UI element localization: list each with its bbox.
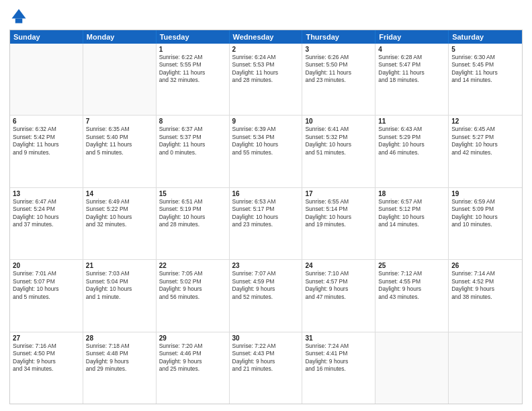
calendar-cell: 4Sunrise: 6:28 AMSunset: 5:47 PMDaylight… [375,44,449,115]
cell-line: and 9 minutes. [13,149,80,156]
cell-line: Daylight: 10 hours [305,141,372,148]
cell-line: and 32 minutes. [86,221,153,228]
cell-line: Sunset: 5:37 PM [159,134,226,141]
cell-line: Daylight: 11 hours [305,69,372,77]
page-header [9,7,523,26]
calendar-cell: 22Sunrise: 7:05 AMSunset: 5:02 PMDayligh… [157,260,230,331]
cell-line: Sunset: 5:50 PM [305,61,372,68]
day-number: 31 [305,334,372,342]
cell-line: Daylight: 9 hours [378,285,445,293]
cell-line: Sunset: 4:59 PM [232,278,300,285]
calendar-cell [375,332,449,404]
cell-line: and 28 minutes. [232,77,300,84]
logo-icon [9,7,28,26]
logo [9,7,31,26]
calendar-cell: 6Sunrise: 6:32 AMSunset: 5:42 PMDaylight… [10,116,83,187]
day-number: 27 [13,334,80,342]
cell-line: and 47 minutes. [305,293,372,301]
cell-line: Daylight: 10 hours [13,285,80,293]
cell-line: Sunrise: 6:26 AM [305,54,372,61]
calendar-cell [83,44,157,115]
cell-line: Sunrise: 7:07 AM [232,270,300,277]
cell-line: Daylight: 11 hours [232,69,300,77]
cell-line: Sunset: 4:52 PM [451,278,519,285]
day-number: 12 [451,118,519,125]
cell-line: Sunrise: 6:59 AM [451,198,519,205]
cell-line: and 34 minutes. [13,365,80,373]
cell-line: and 43 minutes. [378,293,445,301]
cell-line: Sunset: 4:48 PM [86,350,153,357]
weekday-header: Friday [375,30,449,44]
weekday-header: Saturday [449,30,522,44]
calendar-cell: 19Sunrise: 6:59 AMSunset: 5:09 PMDayligh… [449,188,522,259]
calendar-cell: 16Sunrise: 6:53 AMSunset: 5:17 PMDayligh… [230,188,303,259]
cell-line: Sunrise: 7:05 AM [159,270,226,277]
cell-line: Sunset: 4:57 PM [305,278,372,285]
cell-line: Sunset: 5:40 PM [86,134,153,141]
day-number: 3 [305,46,372,53]
cell-line: Sunset: 5:34 PM [232,134,300,141]
calendar-cell: 15Sunrise: 6:51 AMSunset: 5:19 PMDayligh… [157,188,230,259]
day-number: 9 [232,118,300,125]
cell-line: Sunset: 5:45 PM [451,61,519,68]
cell-line: and 29 minutes. [86,365,153,373]
cell-line: and 18 minutes. [378,77,445,84]
cell-line: Sunset: 5:24 PM [13,205,80,213]
weekday-header: Thursday [302,30,375,44]
cell-line: Daylight: 10 hours [305,214,372,221]
day-number: 25 [378,262,445,269]
day-number: 29 [159,334,226,342]
cell-line: and 42 minutes. [451,149,519,156]
cell-line: Sunrise: 6:51 AM [159,198,226,205]
cell-line: Sunrise: 6:28 AM [378,54,445,61]
calendar-cell: 26Sunrise: 7:14 AMSunset: 4:52 PMDayligh… [449,260,522,331]
cell-line: Sunset: 5:09 PM [451,205,519,213]
cell-line: and 37 minutes. [13,221,80,228]
cell-line: and 14 minutes. [378,221,445,228]
cell-line: and 56 minutes. [159,293,226,301]
cell-line: and 23 minutes. [305,77,372,84]
day-number: 20 [13,262,80,269]
cell-line: and 23 minutes. [232,221,300,228]
cell-line: Sunrise: 7:22 AM [232,342,300,350]
calendar-cell: 1Sunrise: 6:22 AMSunset: 5:55 PMDaylight… [157,44,230,115]
calendar-cell: 7Sunrise: 6:35 AMSunset: 5:40 PMDaylight… [83,116,157,187]
cell-line: Daylight: 9 hours [305,285,372,293]
cell-line: Sunrise: 7:12 AM [378,270,445,277]
svg-rect-1 [15,19,23,24]
cell-line: Sunset: 5:12 PM [378,205,445,213]
day-number: 15 [159,190,226,197]
calendar-cell: 31Sunrise: 7:24 AMSunset: 4:41 PMDayligh… [302,332,375,404]
cell-line: Sunrise: 7:24 AM [305,342,372,350]
cell-line: Sunrise: 7:16 AM [13,342,80,350]
calendar-cell: 24Sunrise: 7:10 AMSunset: 4:57 PMDayligh… [302,260,375,331]
cell-line: Sunrise: 7:03 AM [86,270,153,277]
cell-line: Sunrise: 6:45 AM [451,126,519,133]
cell-line: Daylight: 10 hours [232,214,300,221]
cell-line: Sunrise: 6:43 AM [378,126,445,133]
calendar-cell: 27Sunrise: 7:16 AMSunset: 4:50 PMDayligh… [10,332,83,404]
cell-line: Daylight: 10 hours [378,141,445,148]
day-number: 18 [378,190,445,197]
cell-line: Daylight: 10 hours [451,214,519,221]
cell-line: Daylight: 10 hours [378,214,445,221]
calendar-row: 13Sunrise: 6:47 AMSunset: 5:24 PMDayligh… [10,187,522,259]
cell-line: Daylight: 9 hours [451,285,519,293]
calendar-cell: 18Sunrise: 6:57 AMSunset: 5:12 PMDayligh… [375,188,449,259]
cell-line: Sunset: 5:47 PM [378,61,445,68]
cell-line: Daylight: 9 hours [86,358,153,365]
cell-line: and 21 minutes. [232,365,300,373]
day-number: 22 [159,262,226,269]
cell-line: Daylight: 9 hours [232,358,300,365]
cell-line: Sunrise: 6:32 AM [13,126,80,133]
weekday-header: Tuesday [157,30,230,44]
calendar-cell: 21Sunrise: 7:03 AMSunset: 5:04 PMDayligh… [83,260,157,331]
cell-line: and 0 minutes. [159,149,226,156]
cell-line: Daylight: 10 hours [86,214,153,221]
cell-line: and 19 minutes. [305,221,372,228]
day-number: 10 [305,118,372,125]
cell-line: Sunset: 5:27 PM [451,134,519,141]
cell-line: and 55 minutes. [232,149,300,156]
cell-line: and 28 minutes. [159,221,226,228]
cell-line: Sunrise: 6:37 AM [159,126,226,133]
